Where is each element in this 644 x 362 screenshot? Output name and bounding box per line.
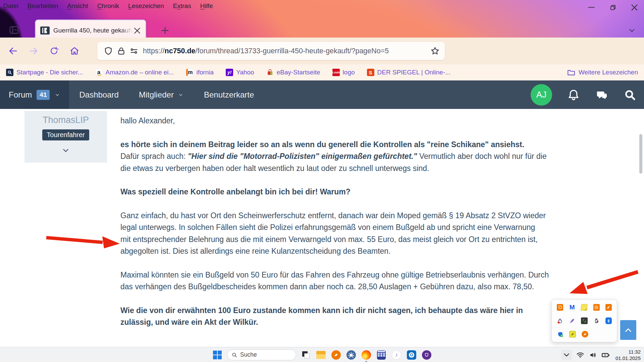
menu-item-datei[interactable]: Datei [3, 2, 18, 10]
post-text-segment: hallo Alexander, [120, 116, 175, 125]
bluetooth-icon[interactable] [605, 317, 612, 324]
bookmark-label: ifornia [196, 69, 214, 76]
windows-security-icon[interactable] [557, 331, 564, 338]
tracking-shield-icon[interactable] [102, 45, 115, 57]
avast-app-button[interactable] [331, 350, 341, 360]
taskbar-clock[interactable]: 11:32 01.01.2025 [615, 349, 641, 361]
tray-expand-chevron-icon[interactable] [561, 350, 572, 360]
nav-item-label: Benutzerkarte [204, 90, 254, 100]
bookmark-label: DER SPIEGEL | Online-... [377, 69, 451, 76]
menu-item-bearbeiten[interactable]: Bearbeiten [27, 2, 58, 10]
nav-item-benutzerkarte[interactable]: Benutzerkarte [194, 80, 264, 109]
minimize-icon [587, 3, 596, 12]
menu-item-hilfe[interactable]: Hilfe [200, 2, 213, 10]
back-button[interactable] [6, 44, 20, 58]
forum-count-badge: 41 [37, 90, 50, 100]
tray-row: M [557, 304, 612, 311]
forward-button[interactable] [26, 44, 41, 58]
bookmark-item[interactable]: mifornia [186, 69, 214, 76]
avast-icon[interactable] [582, 331, 588, 338]
bookmark-item[interactable]: Louislogo [332, 69, 355, 76]
post-text-segment: Wie die von dir erwähnten 100 Euro zusta… [120, 306, 523, 327]
antivirus-bug-button[interactable] [346, 350, 357, 360]
nav-item-mitglieder[interactable]: Mitglieder [129, 80, 194, 109]
malwarebytes-icon[interactable]: M [569, 304, 575, 311]
restore-icon [609, 3, 617, 11]
ifornia-favicon: m [186, 69, 193, 76]
post-paragraph: Wie die von dir erwähnten 100 Euro zusta… [120, 305, 602, 328]
page-scrollbar[interactable] [639, 134, 642, 174]
author-name[interactable]: ThomasLIP [43, 115, 89, 125]
new-tab-button[interactable] [159, 24, 171, 37]
calculator-button[interactable] [376, 350, 387, 360]
author-role-badge: Tourenfahrer [42, 129, 89, 140]
permissions-icon[interactable] [127, 45, 140, 57]
author-card: ThomasLIP Tourenfahrer [24, 111, 107, 163]
taskbar-search[interactable]: Suche [227, 349, 296, 360]
tuneup-rocket-icon[interactable] [605, 304, 612, 311]
avira-button[interactable] [421, 350, 432, 360]
feather-pen-icon[interactable] [569, 317, 575, 324]
windows-start-button[interactable] [212, 350, 223, 360]
outlook-button[interactable]: O [406, 350, 417, 360]
home-button[interactable] [67, 44, 82, 58]
menu-item-extras[interactable]: Extras [173, 2, 191, 10]
conversations-icon[interactable] [595, 88, 608, 102]
safely-remove-usb-icon[interactable] [593, 317, 600, 324]
bookmark-item[interactable]: eBay-Startseite [266, 69, 320, 76]
nav-item-label: Forum [9, 90, 32, 100]
scroll-to-top-button[interactable] [620, 320, 636, 340]
firefox-view-icon[interactable] [7, 23, 21, 37]
lock-icon[interactable] [115, 45, 127, 57]
chevron-down-icon [178, 92, 184, 98]
url-bar[interactable]: https://nc750.de/forum/thread/13733-guer… [97, 42, 445, 60]
close-button[interactable] [629, 3, 639, 12]
post-paragraph: Was speziell deine Kontrolle anbelangt b… [120, 186, 602, 198]
bookmark-star-icon[interactable] [429, 45, 441, 57]
sticky-note-icon[interactable] [581, 304, 588, 311]
minimize-button[interactable] [586, 3, 596, 12]
screenshot-tool-icon[interactable] [593, 304, 600, 311]
spiegel-favicon: S [367, 69, 374, 76]
wifi-icon[interactable] [576, 351, 585, 359]
firefox-icon [362, 350, 371, 360]
menu-item-chronik[interactable]: Chronik [97, 2, 119, 10]
itunes-button[interactable]: ♪ [391, 350, 402, 360]
firefox-button[interactable] [361, 350, 372, 360]
remote-device-icon[interactable] [557, 317, 563, 324]
task-view-button[interactable] [301, 350, 311, 360]
more-bookmarks-button[interactable]: Weitere Lesezeichen [567, 68, 638, 77]
snipping-tool-icon[interactable] [581, 317, 587, 324]
bookmark-item[interactable]: aAmazon.de – online ei... [95, 69, 174, 76]
forum-navbar-right: AJ [531, 80, 637, 109]
bookmark-item[interactable]: y!Yahoo [226, 69, 254, 76]
menu-item-lesezeichen[interactable]: Lesezeichen [128, 2, 164, 10]
louis-favicon: Louis [332, 69, 340, 76]
notifications-bell-icon[interactable] [567, 88, 580, 102]
volume-icon[interactable] [589, 351, 597, 359]
clock-time: 11:32 [615, 349, 641, 355]
avatar[interactable]: AJ [531, 84, 552, 106]
bookmark-item[interactable]: SDER SPIEGEL | Online-... [367, 69, 451, 76]
notes-edit-icon[interactable] [569, 331, 576, 338]
nav-item-label: Mitglieder [139, 90, 174, 100]
avast-app-icon [331, 350, 341, 360]
restore-button[interactable] [608, 3, 618, 12]
taskbar-search-placeholder: Suche [240, 351, 257, 358]
taskbar: Suche♪O 11:32 01.01.2025 [0, 347, 644, 362]
tab-list-chevron-icon[interactable] [626, 24, 638, 37]
nav-item-dashboard[interactable]: Dashboard [69, 80, 128, 109]
search-icon [231, 352, 237, 358]
forum-search-icon[interactable] [623, 88, 637, 102]
reload-button[interactable] [47, 44, 61, 58]
firewall-shield-icon[interactable] [557, 304, 563, 311]
tab-close-icon[interactable] [133, 26, 142, 35]
post-text-segment: "Hier sind die "Motorrad-Polizisten" ein… [188, 152, 417, 161]
menu-item-ansicht[interactable]: Ansicht [67, 2, 88, 10]
file-explorer-button[interactable] [316, 350, 326, 360]
battery-icon[interactable] [601, 351, 610, 359]
nav-item-forum[interactable]: Forum41 [0, 80, 69, 109]
bookmark-item[interactable]: Startpage - Die sicher... [6, 69, 83, 76]
author-expand-chevron-icon[interactable] [61, 146, 70, 155]
file-explorer-icon [316, 351, 326, 359]
